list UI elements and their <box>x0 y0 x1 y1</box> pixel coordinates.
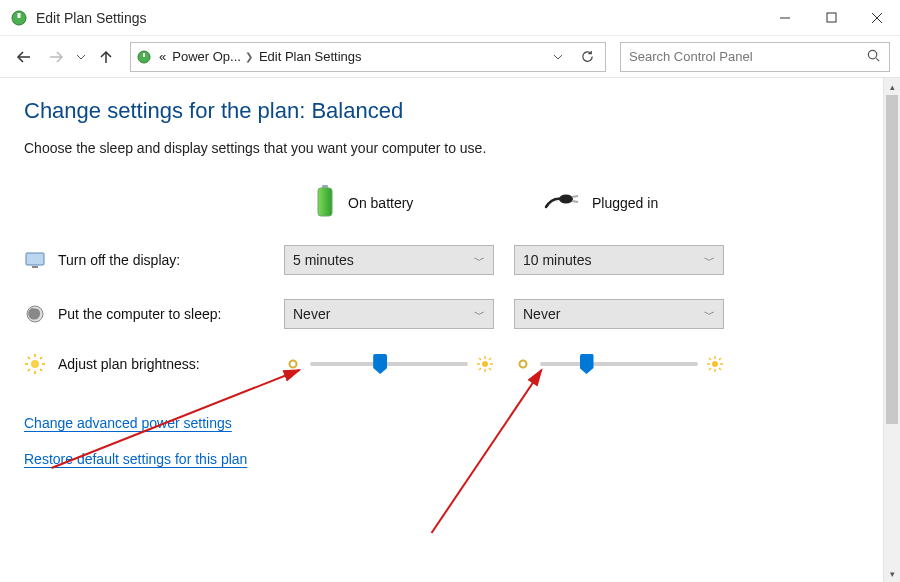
sleep-battery-dropdown[interactable]: Never ﹀ <box>284 299 494 329</box>
slider-track[interactable] <box>540 362 698 366</box>
svg-line-12 <box>876 58 879 61</box>
svg-line-47 <box>719 368 721 370</box>
chevron-down-icon: ﹀ <box>704 253 715 268</box>
svg-rect-1 <box>18 13 21 18</box>
minimize-button[interactable] <box>762 0 808 36</box>
scroll-thumb[interactable] <box>886 95 898 424</box>
svg-line-28 <box>40 357 42 359</box>
sun-dim-icon <box>284 355 302 373</box>
column-header-plugged: Plugged in <box>514 191 744 214</box>
svg-line-17 <box>572 201 578 202</box>
slider-thumb[interactable] <box>580 354 594 374</box>
settings-grid: On battery Plugged in <box>24 184 859 375</box>
plug-icon <box>544 191 580 214</box>
sun-dim-icon <box>514 355 532 373</box>
sleep-icon <box>24 303 46 325</box>
svg-line-27 <box>40 369 42 371</box>
svg-rect-10 <box>143 53 145 57</box>
nav-recent-button[interactable] <box>74 43 88 71</box>
nav-back-button[interactable] <box>10 43 38 71</box>
sleep-plugged-dropdown[interactable]: Never ﹀ <box>514 299 724 329</box>
search-box[interactable] <box>620 42 890 72</box>
svg-line-26 <box>28 357 30 359</box>
power-options-icon <box>135 48 153 66</box>
svg-line-29 <box>28 369 30 371</box>
brightness-plugged-slider[interactable] <box>514 355 724 373</box>
scroll-track[interactable] <box>884 95 900 565</box>
maximize-button[interactable] <box>808 0 854 36</box>
svg-rect-18 <box>26 253 44 265</box>
vertical-scrollbar[interactable]: ▴ ▾ <box>883 78 900 582</box>
links-section: Change advanced power settings Restore d… <box>24 415 859 487</box>
window-title: Edit Plan Settings <box>36 10 147 26</box>
advanced-settings-link[interactable]: Change advanced power settings <box>24 415 232 431</box>
window-controls <box>762 0 900 36</box>
column-header-battery: On battery <box>284 184 514 221</box>
page-subtitle: Choose the sleep and display settings th… <box>24 140 859 156</box>
address-bar[interactable]: « Power Op... ❯ Edit Plan Settings <box>130 42 606 72</box>
svg-rect-19 <box>32 266 38 268</box>
toolbar: « Power Op... ❯ Edit Plan Settings <box>0 36 900 78</box>
svg-line-49 <box>709 368 711 370</box>
svg-point-40 <box>520 361 527 368</box>
brightness-battery-slider[interactable] <box>284 355 494 373</box>
battery-icon <box>314 184 336 221</box>
brightness-icon <box>24 353 46 375</box>
chevron-right-icon: ❯ <box>245 51 253 62</box>
svg-rect-3 <box>827 13 836 22</box>
monitor-icon <box>24 249 46 271</box>
svg-line-38 <box>489 358 491 360</box>
page-title: Change settings for the plan: Balanced <box>24 98 859 124</box>
svg-point-21 <box>31 360 39 368</box>
close-button[interactable] <box>854 0 900 36</box>
breadcrumb-item-1[interactable]: Power Op... ❯ <box>172 49 253 64</box>
slider-thumb[interactable] <box>373 354 387 374</box>
svg-point-30 <box>290 361 297 368</box>
search-icon[interactable] <box>866 48 881 66</box>
chevron-down-icon: ﹀ <box>704 307 715 322</box>
row-label-display: Turn off the display: <box>24 249 284 271</box>
titlebar: Edit Plan Settings <box>0 0 900 36</box>
svg-line-39 <box>479 368 481 370</box>
svg-line-48 <box>719 358 721 360</box>
address-dropdown-button[interactable] <box>549 52 567 62</box>
breadcrumb-prefix: « <box>159 49 166 64</box>
slider-track[interactable] <box>310 362 468 366</box>
sun-bright-icon <box>706 355 724 373</box>
svg-point-31 <box>482 361 488 367</box>
svg-line-46 <box>709 358 711 360</box>
display-battery-dropdown[interactable]: 5 minutes ﹀ <box>284 245 494 275</box>
refresh-button[interactable] <box>573 49 601 64</box>
chevron-down-icon: ﹀ <box>474 307 485 322</box>
search-input[interactable] <box>629 49 849 64</box>
svg-line-37 <box>489 368 491 370</box>
svg-line-16 <box>572 196 578 197</box>
svg-point-11 <box>868 50 876 58</box>
svg-point-41 <box>712 361 718 367</box>
row-label-brightness: Adjust plan brightness: <box>24 353 284 375</box>
restore-defaults-link[interactable]: Restore default settings for this plan <box>24 451 247 467</box>
content-area: Change settings for the plan: Balanced C… <box>0 78 883 582</box>
row-label-sleep: Put the computer to sleep: <box>24 303 284 325</box>
breadcrumb-item-2[interactable]: Edit Plan Settings <box>259 49 362 64</box>
nav-forward-button[interactable] <box>42 43 70 71</box>
nav-up-button[interactable] <box>92 43 120 71</box>
sun-bright-icon <box>476 355 494 373</box>
svg-point-15 <box>559 195 573 204</box>
display-plugged-dropdown[interactable]: 10 minutes ﹀ <box>514 245 724 275</box>
power-plan-icon <box>10 9 28 27</box>
chevron-down-icon: ﹀ <box>474 253 485 268</box>
scroll-down-button[interactable]: ▾ <box>884 565 900 582</box>
svg-line-36 <box>479 358 481 360</box>
svg-rect-14 <box>318 188 332 216</box>
scroll-up-button[interactable]: ▴ <box>884 78 900 95</box>
